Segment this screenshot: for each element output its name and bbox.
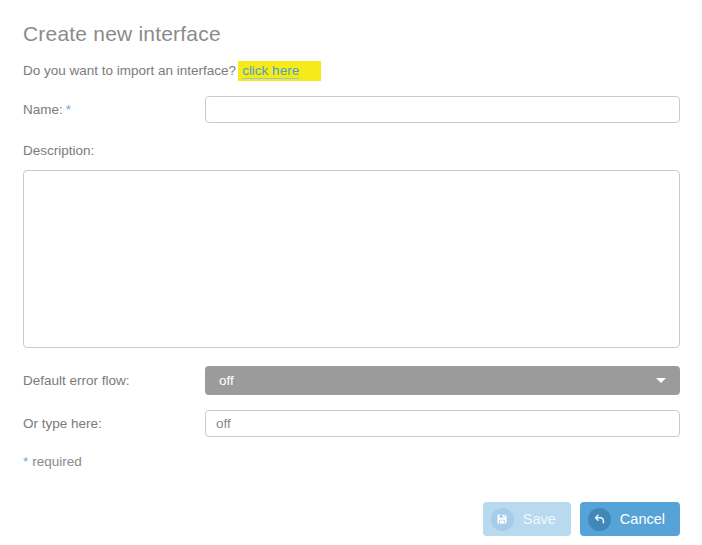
cancel-button[interactable]: Cancel (580, 502, 680, 536)
import-click-here-link[interactable]: click here (242, 63, 299, 78)
yellow-highlight: click here (238, 61, 321, 81)
import-question-text: Do you want to import an interface? (23, 63, 236, 78)
footer-actions: Save Cancel (23, 502, 680, 536)
selected-option-text: off (219, 373, 234, 388)
create-interface-page: Create new interface Do you want to impo… (0, 0, 702, 545)
name-label: Name:* (23, 102, 205, 117)
description-label: Description: (23, 143, 680, 158)
page-title: Create new interface (23, 22, 680, 46)
default-error-flow-select[interactable]: off (205, 366, 680, 395)
required-asterisk: * (66, 102, 71, 117)
import-prompt-line: Do you want to import an interface?click… (23, 63, 680, 78)
default-error-flow-row: Default error flow: off (23, 366, 680, 395)
save-button-label: Save (523, 511, 556, 527)
or-type-here-input[interactable] (205, 410, 680, 437)
name-input[interactable] (205, 96, 680, 123)
default-error-flow-label: Default error flow: (23, 373, 205, 388)
save-button[interactable]: Save (483, 502, 571, 536)
caret-down-icon (656, 378, 666, 383)
floppy-disk-icon (491, 508, 514, 531)
required-note-text: required (32, 454, 82, 469)
or-type-here-label: Or type here: (23, 416, 205, 431)
undo-arrow-icon (588, 508, 611, 531)
cancel-button-label: Cancel (620, 511, 665, 527)
required-note-asterisk: * (23, 454, 28, 469)
required-note: *required (23, 454, 680, 469)
or-type-here-row: Or type here: (23, 410, 680, 437)
description-textarea[interactable] (23, 170, 680, 348)
name-row: Name:* (23, 96, 680, 123)
